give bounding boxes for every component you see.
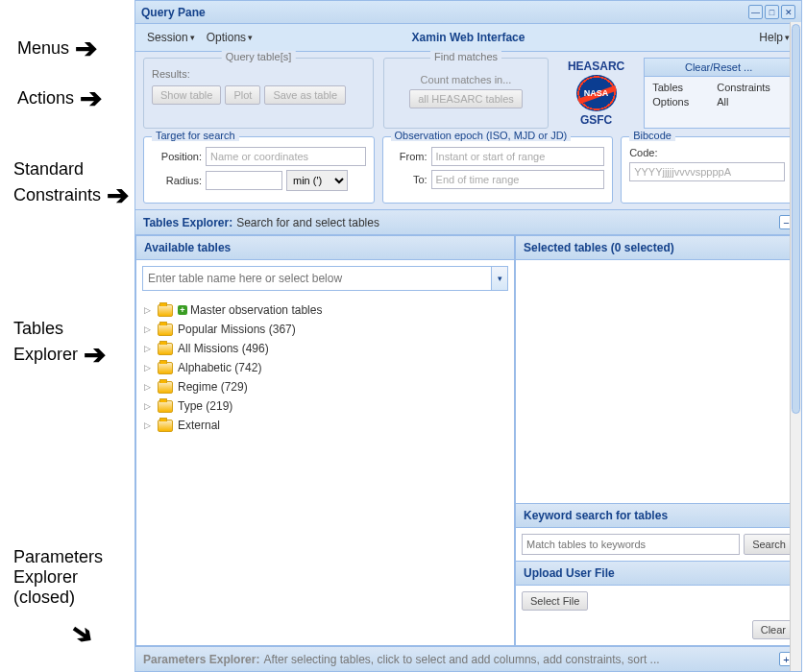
tree-item-label: Type (219) — [178, 399, 232, 413]
folder-icon — [158, 381, 173, 394]
query-pane-window: Query Pane — □ ✕ Session▾ Options▾ Xamin… — [134, 0, 802, 672]
annot-params-3: (closed) — [13, 588, 75, 607]
titlebar: Query Pane — □ ✕ — [135, 1, 801, 24]
to-input[interactable] — [431, 170, 605, 189]
window-title: Query Pane — [141, 6, 206, 19]
folder-icon — [158, 324, 173, 336]
expand-icon[interactable]: ▷ — [144, 401, 156, 411]
annot-actions: Actions — [17, 88, 74, 108]
query-tables-group: Query table[s] Results: Show table Plot … — [143, 58, 374, 129]
to-label: To: — [391, 174, 427, 185]
constraints-row: Target for search Position: Radius: min … — [135, 136, 801, 209]
from-input[interactable] — [431, 147, 605, 166]
upload-file-header: Upload User File — [516, 562, 800, 586]
query-group-title: Query table[s] — [222, 51, 295, 62]
tree-item-label: All Missions (496) — [178, 342, 269, 355]
selected-tables-panel: Selected tables (0 selected) Keyword sea… — [515, 235, 801, 646]
upload-file-panel: Upload User File Select File Clear — [516, 561, 800, 645]
params-sub: After selecting tables, click to select … — [263, 653, 659, 666]
tree-item[interactable]: ▷All Missions (496) — [144, 339, 506, 358]
radius-label: Radius: — [152, 175, 202, 186]
expand-icon[interactable]: ▷ — [144, 305, 156, 315]
clear-options-link[interactable]: Options — [652, 96, 703, 108]
menu-session[interactable]: Session▾ — [141, 28, 201, 47]
expand-icon[interactable]: ▷ — [144, 363, 156, 372]
selected-tables-header: Selected tables (0 selected) — [516, 236, 800, 260]
tree-item-label: Popular Missions (367) — [178, 323, 296, 336]
close-button[interactable]: ✕ — [781, 5, 795, 19]
plot-button[interactable]: Plot — [225, 85, 260, 105]
select-file-button[interactable]: Select File — [522, 591, 588, 611]
available-tables-panel: Available tables ▾ ▷+Master observation … — [135, 235, 515, 646]
heasarc-label: HEASARC — [568, 60, 624, 73]
combo-dropdown-button[interactable]: ▾ — [491, 266, 508, 291]
tree-item-label: Regime (729) — [178, 380, 248, 394]
bibcode-title: Bibcode — [629, 130, 675, 141]
table-name-input[interactable] — [142, 266, 491, 291]
annot-params-2: Explorer — [13, 567, 78, 587]
tables-explorer-title: Tables Explorer: — [143, 216, 232, 229]
tree-item[interactable]: ▷External — [144, 416, 506, 435]
expand-icon[interactable]: ▷ — [144, 382, 156, 392]
expand-icon[interactable]: ▷ — [144, 324, 156, 334]
annot-tables-2: Explorer — [13, 345, 78, 365]
tree-item[interactable]: ▷Popular Missions (367) — [144, 320, 506, 339]
all-heasarc-button[interactable]: all HEASARC tables — [409, 89, 523, 108]
bibcode-input[interactable] — [629, 162, 785, 181]
clear-reset-header: Clear/Reset ... — [645, 59, 793, 77]
tree-item[interactable]: ▷Type (219) — [144, 396, 506, 416]
keyword-input[interactable] — [522, 534, 740, 555]
heasarc-logo-box: HEASARC NASA GSFC — [558, 58, 634, 129]
find-group-title: Find matches — [430, 51, 501, 62]
selected-tables-body — [516, 260, 800, 503]
keyword-search-button[interactable]: Search — [744, 534, 794, 555]
expand-icon[interactable]: ▷ — [144, 420, 156, 430]
clear-all-link[interactable]: All — [717, 96, 785, 108]
count-matches-label: Count matches in... — [392, 74, 540, 85]
expand-icon[interactable]: ▷ — [144, 344, 156, 353]
params-title: Parameters Explorer: — [143, 653, 259, 666]
epoch-fieldset: Observation epoch (ISO, MJD or JD) From:… — [382, 136, 614, 204]
radius-input[interactable] — [206, 171, 282, 190]
folder-icon — [158, 304, 173, 317]
tree-item-label: External — [178, 419, 220, 432]
tables-explorer-bar[interactable]: Tables Explorer: Search for and select t… — [135, 209, 801, 235]
maximize-button[interactable]: □ — [765, 5, 779, 19]
menu-options[interactable]: Options▾ — [201, 28, 258, 47]
tables-tree: ▷+Master observation tables▷Popular Miss… — [136, 297, 514, 645]
gsfc-label: GSFC — [580, 113, 612, 127]
clear-tables-link[interactable]: Tables — [652, 82, 703, 93]
folder-icon — [158, 343, 173, 355]
folder-icon — [158, 400, 173, 413]
tree-item[interactable]: ▷Regime (729) — [144, 377, 506, 396]
target-fieldset: Target for search Position: Radius: min … — [143, 136, 375, 204]
annot-params-1: Parameters — [13, 547, 103, 566]
save-as-table-button[interactable]: Save as table — [264, 85, 346, 105]
radius-unit-select[interactable]: min (') — [286, 170, 348, 191]
keyword-search-header: Keyword search for tables — [516, 504, 800, 528]
upload-clear-button[interactable]: Clear — [752, 620, 794, 639]
scrollbar[interactable] — [790, 22, 801, 671]
plus-icon: + — [178, 305, 187, 315]
minimize-button[interactable]: — — [748, 5, 763, 19]
find-matches-group: Find matches Count matches in... all HEA… — [383, 58, 549, 129]
from-label: From: — [391, 151, 427, 162]
code-label: Code: — [629, 147, 657, 158]
tree-item[interactable]: ▷+Master observation tables — [144, 300, 506, 320]
show-table-button[interactable]: Show table — [152, 85, 221, 105]
app-title: Xamin Web Interface — [412, 31, 525, 44]
menubar: Session▾ Options▾ Xamin Web Interface He… — [135, 24, 801, 52]
tree-item[interactable]: ▷Alphabetic (742) — [144, 358, 506, 377]
parameters-explorer-bar[interactable]: Parameters Explorer: After selecting tab… — [135, 646, 801, 671]
epoch-title: Observation epoch (ISO, MJD or JD) — [391, 130, 572, 141]
scrollbar-thumb[interactable] — [792, 24, 800, 414]
tables-row: Available tables ▾ ▷+Master observation … — [135, 235, 801, 646]
actions-row: Query table[s] Results: Show table Plot … — [135, 52, 801, 136]
bibcode-fieldset: Bibcode Code: — [621, 136, 794, 204]
clear-constraints-link[interactable]: Constraints — [717, 82, 785, 93]
tables-explorer-sub: Search for and select tables — [236, 216, 379, 229]
keyword-search-panel: Keyword search for tables Search — [516, 503, 800, 561]
annot-menus: Menus — [17, 38, 69, 59]
position-input[interactable] — [206, 147, 366, 166]
annot-tables-1: Tables — [13, 319, 63, 339]
